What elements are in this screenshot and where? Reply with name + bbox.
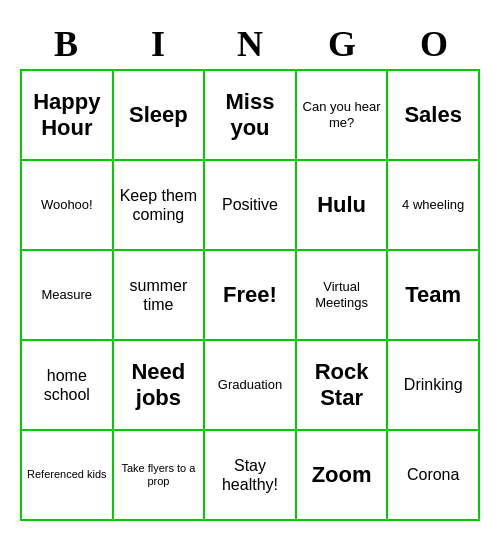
bingo-cell-3: Can you hear me? bbox=[297, 71, 389, 161]
bingo-cell-14: Team bbox=[388, 251, 480, 341]
bingo-cell-6: Keep them coming bbox=[114, 161, 206, 251]
cell-text-2: Miss you bbox=[209, 89, 291, 142]
bingo-cell-5: Woohoo! bbox=[22, 161, 114, 251]
cell-text-10: Measure bbox=[42, 287, 93, 303]
cell-text-15: home school bbox=[26, 366, 108, 404]
bingo-cell-10: Measure bbox=[22, 251, 114, 341]
bingo-cell-19: Drinking bbox=[388, 341, 480, 431]
cell-text-3: Can you hear me? bbox=[301, 99, 383, 130]
cell-text-11: summer time bbox=[118, 276, 200, 314]
bingo-cell-15: home school bbox=[22, 341, 114, 431]
bingo-cell-23: Zoom bbox=[297, 431, 389, 521]
header-letter-g: G bbox=[298, 23, 386, 65]
bingo-cell-2: Miss you bbox=[205, 71, 297, 161]
cell-text-6: Keep them coming bbox=[118, 186, 200, 224]
cell-text-22: Stay healthy! bbox=[209, 456, 291, 494]
bingo-cell-16: Need jobs bbox=[114, 341, 206, 431]
bingo-cell-9: 4 wheeling bbox=[388, 161, 480, 251]
cell-text-5: Woohoo! bbox=[41, 197, 93, 213]
cell-text-20: Referenced kids bbox=[27, 468, 107, 481]
cell-text-21: Take flyers to a prop bbox=[118, 462, 200, 488]
cell-text-23: Zoom bbox=[312, 462, 372, 488]
bingo-grid: Happy HourSleepMiss youCan you hear me?S… bbox=[20, 69, 480, 521]
cell-text-17: Graduation bbox=[218, 377, 282, 393]
header-letter-i: I bbox=[114, 23, 202, 65]
cell-text-9: 4 wheeling bbox=[402, 197, 464, 213]
bingo-cell-4: Sales bbox=[388, 71, 480, 161]
cell-text-13: Virtual Meetings bbox=[301, 279, 383, 310]
bingo-cell-8: Hulu bbox=[297, 161, 389, 251]
bingo-cell-12: Free! bbox=[205, 251, 297, 341]
cell-text-1: Sleep bbox=[129, 102, 188, 128]
bingo-header: BINGO bbox=[20, 23, 480, 65]
bingo-cell-20: Referenced kids bbox=[22, 431, 114, 521]
header-letter-n: N bbox=[206, 23, 294, 65]
cell-text-24: Corona bbox=[407, 465, 459, 484]
cell-text-16: Need jobs bbox=[118, 359, 200, 412]
bingo-cell-24: Corona bbox=[388, 431, 480, 521]
cell-text-0: Happy Hour bbox=[26, 89, 108, 142]
cell-text-19: Drinking bbox=[404, 375, 463, 394]
bingo-card: BINGO Happy HourSleepMiss youCan you hea… bbox=[10, 13, 490, 531]
header-letter-b: B bbox=[22, 23, 110, 65]
header-letter-o: O bbox=[390, 23, 478, 65]
cell-text-8: Hulu bbox=[317, 192, 366, 218]
bingo-cell-17: Graduation bbox=[205, 341, 297, 431]
cell-text-14: Team bbox=[405, 282, 461, 308]
bingo-cell-13: Virtual Meetings bbox=[297, 251, 389, 341]
cell-text-4: Sales bbox=[404, 102, 462, 128]
bingo-cell-11: summer time bbox=[114, 251, 206, 341]
bingo-cell-1: Sleep bbox=[114, 71, 206, 161]
cell-text-7: Positive bbox=[222, 195, 278, 214]
bingo-cell-0: Happy Hour bbox=[22, 71, 114, 161]
bingo-cell-22: Stay healthy! bbox=[205, 431, 297, 521]
bingo-cell-21: Take flyers to a prop bbox=[114, 431, 206, 521]
bingo-cell-7: Positive bbox=[205, 161, 297, 251]
bingo-cell-18: Rock Star bbox=[297, 341, 389, 431]
cell-text-18: Rock Star bbox=[301, 359, 383, 412]
cell-text-12: Free! bbox=[223, 282, 277, 308]
